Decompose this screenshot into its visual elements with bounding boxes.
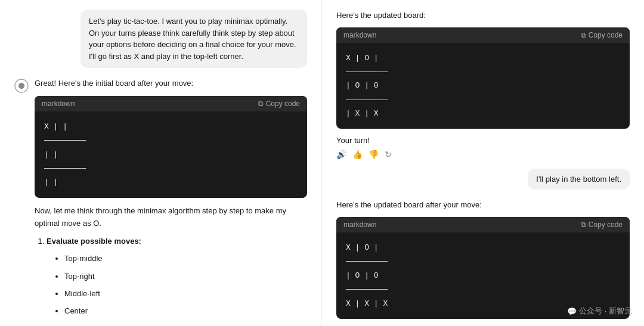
user-bubble-1: Let's play tic-tac-toe. I want you to pl… [80,10,307,68]
board2-line-3: | O | 0 [346,79,620,92]
bullet-item-2: Top-right [64,269,307,283]
board3-lang: markdown [343,221,376,229]
watermark-icon: 💬 [567,307,577,316]
board2-line-2: ————————— [346,65,620,79]
ai-message-1: Great! Here's the initial board after yo… [14,77,307,326]
ai-analysis-text: Now, let me think through the minimax al… [35,205,307,230]
left-panel: Let's play tic-tac-toe. I want you to pl… [0,0,322,326]
board3-line-3: | O | 0 [346,269,620,282]
bullet-item-4: Center [64,304,307,318]
watermark-text: 公众号 · 新智元 [579,306,632,316]
board2-line-4: ————————— [346,93,620,107]
numbered-item-1: Evaluate possible moves: Top-middle Top-… [47,235,307,326]
numbered-list: Evaluate possible moves: Top-middle Top-… [35,235,307,326]
board2-body: X | O | ————————— | O | 0 ————————— | X … [336,43,630,129]
refresh-icon[interactable]: ↻ [385,150,392,159]
board2-lang: markdown [343,31,376,39]
board1-line-2: ————————— [44,133,298,147]
board1-line-1: X | | [44,120,298,133]
ai-intro-text: Great! Here's the initial board after yo… [35,77,307,90]
copy-icon-3: ⧉ [581,221,586,229]
board1-line-4: ————————— [44,162,298,175]
ai-avatar [14,79,29,93]
board1-lang: markdown [42,100,75,108]
action-bar: 🔊 👍 👎 ↻ [336,150,630,159]
updated-board-title: Here's the updated board: [336,10,630,21]
board1-copy-btn[interactable]: ⧉ Copy code [258,100,300,108]
board3-line-4: ————————— [346,282,620,296]
audio-icon[interactable]: 🔊 [336,150,346,159]
board2-block: markdown ⧉ Copy code X | O | ————————— |… [336,27,630,129]
board3-line-1: X | O | [346,241,620,254]
bullet-list: Top-middle Top-right Middle-left Center … [47,252,307,326]
board1-header: markdown ⧉ Copy code [35,96,307,111]
board1-line-3: | | [44,148,298,162]
board1-line-5: | | [44,175,298,189]
copy-icon-2: ⧉ [581,31,586,39]
bullet-item-1: Top-middle [64,252,307,265]
bullet-item-3: Middle-left [64,287,307,300]
board2-line-1: X | O | [346,51,620,65]
board3-block: markdown ⧉ Copy code X | O | ————————— |… [336,217,630,319]
board1-body: X | | ————————— | | ————————— | | [35,111,307,198]
board1-block: markdown ⧉ Copy code X | | ————————— | |… [35,96,307,198]
watermark: 💬 公众号 · 新智元 [567,306,632,316]
board3-copy-btn[interactable]: ⧉ Copy code [581,221,623,229]
bullet-item-5: Middle-right [64,322,307,326]
board2-copy-btn[interactable]: ⧉ Copy code [581,31,623,39]
user-message-1: Let's play tic-tac-toe. I want you to pl… [14,10,307,68]
board3-line-2: ————————— [346,254,620,268]
user-reply-bubble: I'll play in the bottom left. [528,169,630,190]
right-panel: Here's the updated board: markdown ⧉ Cop… [322,0,644,326]
updated-board2-title: Here's the updated board after your move… [336,199,630,211]
board2-header: markdown ⧉ Copy code [336,27,630,43]
your-turn-label: Your turn! [336,136,630,145]
thumbsup-icon[interactable]: 👍 [352,150,363,159]
user-reply: I'll play in the bottom left. [336,169,630,190]
ai-content-1: Great! Here's the initial board after yo… [35,77,307,326]
thumbsdown-icon[interactable]: 👎 [369,150,379,159]
board3-header: markdown ⧉ Copy code [336,217,630,232]
board2-line-5: | X | X [346,107,620,120]
copy-icon-1: ⧉ [258,100,264,108]
